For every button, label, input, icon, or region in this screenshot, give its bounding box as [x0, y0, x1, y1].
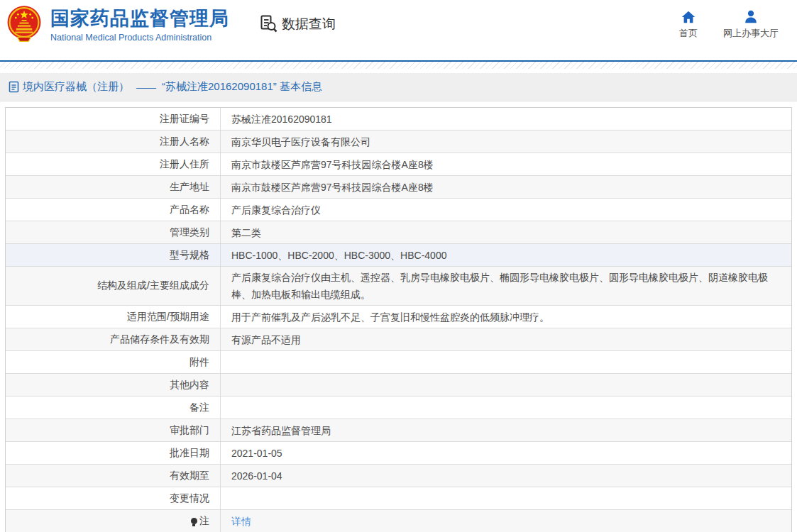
row-value: 有源产品不适用	[221, 328, 791, 350]
row-label: 注册证编号	[6, 108, 221, 130]
service-hall-link[interactable]: 网上办事大厅	[723, 9, 779, 40]
data-query-label: 数据查询	[282, 15, 336, 33]
table-row: 产品储存条件及有效期有源产品不适用	[6, 328, 791, 351]
row-label: 审批部门	[6, 419, 221, 441]
breadcrumb-detail: “苏械注准20162090181” 基本信息	[162, 80, 322, 94]
table-row: 注册证编号苏械注准20162090181	[6, 108, 791, 131]
row-label: 其他内容	[6, 374, 221, 396]
row-label: 结构及组成/主要组成成分	[6, 267, 221, 305]
table-row: 注册人名称南京华贝电子医疗设备有限公司	[6, 131, 791, 153]
document-search-icon	[259, 14, 278, 33]
row-label: 产品储存条件及有效期	[6, 328, 221, 350]
table-row: 备注	[6, 397, 791, 419]
person-icon	[743, 9, 759, 25]
brand-text: 国家药品监督管理局 National Medical Products Admi…	[50, 5, 229, 43]
row-label: 备注	[6, 397, 221, 419]
site-title: 国家药品监督管理局	[50, 6, 229, 31]
table-row: 结构及组成/主要组成成分产后康复综合治疗仪由主机、遥控器、乳房导电橡胶电极片、椭…	[6, 267, 791, 306]
row-value: 苏械注准20162090181	[221, 108, 791, 130]
row-label: 型号规格	[6, 244, 221, 266]
details-link[interactable]: 详情	[231, 513, 251, 530]
home-link[interactable]: 首页	[679, 9, 698, 40]
table-row: 型号规格HBC-1000、HBC-2000、HBC-3000、HBC-4000	[6, 244, 791, 267]
row-value: 第二类	[221, 221, 791, 243]
table-row: 产品名称产后康复综合治疗仪	[6, 199, 791, 221]
home-label: 首页	[679, 27, 698, 40]
row-label: 变更情况	[6, 487, 221, 509]
data-query-nav[interactable]: 数据查询	[259, 14, 336, 33]
row-value: 南京市鼓楼区芦席营97号科技园综合楼A座8楼	[221, 176, 791, 198]
row-label: 批准日期	[6, 442, 221, 464]
table-row: 附件	[6, 351, 791, 374]
hatch-stripe-band	[0, 62, 797, 69]
table-row: 注册人住所南京市鼓楼区芦席营97号科技园综合楼A座8楼	[6, 153, 791, 176]
row-label: 注	[6, 510, 221, 532]
row-label: 注册人住所	[6, 153, 221, 175]
national-emblem-icon	[6, 5, 43, 45]
table-row: 生产地址南京市鼓楼区芦席营97号科技园综合楼A座8楼	[6, 176, 791, 199]
row-value: HBC-1000、HBC-2000、HBC-3000、HBC-4000	[221, 244, 791, 266]
service-hall-label: 网上办事大厅	[723, 27, 779, 40]
row-value: 产后康复综合治疗仪	[221, 199, 791, 221]
row-value: 用于产前催乳及产后泌乳不足、子宫复旧和慢性盆腔炎的低频脉冲理疗。	[221, 306, 791, 328]
info-table: 注册证编号苏械注准20162090181注册人名称南京华贝电子医疗设备有限公司注…	[5, 107, 792, 532]
row-value	[221, 487, 791, 509]
row-value: 南京市鼓楼区芦席营97号科技园综合楼A座8楼	[221, 153, 791, 175]
top-links: 首页 网上办事大厅	[679, 9, 779, 40]
table-row: 适用范围/预期用途用于产前催乳及产后泌乳不足、子宫复旧和慢性盆腔炎的低频脉冲理疗…	[6, 306, 791, 328]
table-row: 变更情况	[6, 487, 791, 510]
row-label: 生产地址	[6, 176, 221, 198]
row-label: 适用范围/预期用途	[6, 306, 221, 328]
row-value	[221, 397, 791, 419]
row-label: 管理类别	[6, 221, 221, 243]
table-row: 审批部门江苏省药品监督管理局	[6, 419, 791, 442]
breadcrumb-category: 境内医疗器械（注册）	[23, 80, 129, 94]
row-value	[221, 374, 791, 396]
table-row: 管理类别第二类	[6, 221, 791, 244]
table-row: 其他内容	[6, 374, 791, 397]
note-bulb-icon	[191, 518, 197, 524]
table-row: 有效期至2026-01-04	[6, 465, 791, 487]
row-value: 2021-01-05	[221, 442, 791, 464]
home-icon	[681, 9, 696, 25]
row-value: 详情	[221, 510, 791, 532]
row-value: 2026-01-04	[221, 465, 791, 487]
row-value: 产后康复综合治疗仪由主机、遥控器、乳房导电橡胶电极片、椭圆形导电橡胶电极片、圆形…	[221, 267, 791, 305]
row-label: 注册人名称	[6, 131, 221, 153]
nmpa-logo[interactable]: 国家药品监督管理局 National Medical Products Admi…	[6, 5, 229, 45]
breadcrumb: 境内医疗器械（注册） —— “苏械注准20162090181” 基本信息	[0, 73, 797, 101]
row-label: 有效期至	[6, 465, 221, 487]
table-row: 注详情	[6, 510, 791, 532]
breadcrumb-dash: ——	[136, 81, 155, 93]
row-value: 南京华贝电子医疗设备有限公司	[221, 131, 791, 153]
row-value	[221, 351, 791, 373]
table-row: 批准日期2021-01-05	[6, 442, 791, 465]
site-subtitle: National Medical Products Administration	[50, 33, 229, 43]
row-label: 产品名称	[6, 199, 221, 221]
row-value: 江苏省药品监督管理局	[221, 419, 791, 441]
page-header: 国家药品监督管理局 National Medical Products Admi…	[0, 0, 797, 60]
page-doc-icon	[9, 81, 19, 93]
row-label: 附件	[6, 351, 221, 373]
